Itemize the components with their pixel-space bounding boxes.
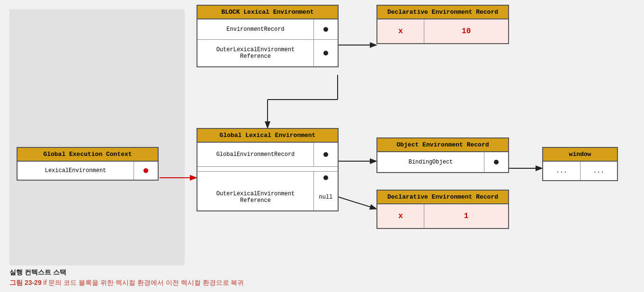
- der-top-value-cell: 10: [424, 19, 508, 43]
- figure-caption: 그림 23-29 if 문의 코드 블록을 위한 렉시컬 환경에서 이전 렉시컬…: [9, 279, 244, 287]
- gec-lexical-env-label: LexicalEnvironment: [18, 162, 134, 180]
- gle-second-dot: [314, 172, 338, 184]
- svg-line-6: [338, 197, 376, 209]
- window-cell2: ...: [581, 162, 617, 180]
- figure-text: if 문의 코드 블록을 위한 렉시컬 환경에서 이전 렉시컬 환경으로 복귀: [44, 279, 244, 286]
- dot-oer: [494, 160, 499, 164]
- stack-label: 실행 컨텍스트 스택: [9, 268, 244, 277]
- oer-binding-object-label: BindingObject: [377, 152, 484, 172]
- gle-global-env-dot: [314, 143, 338, 166]
- gle-row2-dot: [197, 172, 338, 184]
- main-container: Global Execution Context LexicalEnvironm…: [0, 0, 644, 292]
- der-bot-header: Declarative Environment Record: [377, 191, 508, 204]
- ble-env-record-label: EnvironmentRecord: [197, 19, 314, 39]
- execution-context-stack: [9, 9, 185, 265]
- oer-box: Object Environment Record BindingObject: [376, 137, 509, 173]
- der-top-data-row: x 10: [377, 19, 508, 43]
- window-cell1: ...: [543, 162, 581, 180]
- ble-outer-ref-dot: [314, 40, 338, 66]
- gle-null-cell: null: [314, 184, 338, 210]
- ble-box: BLOCK Lexical Environment EnvironmentRec…: [197, 5, 339, 67]
- dot-gle-row2: [323, 175, 328, 180]
- gle-row2: OuterLexicalEnvironment Reference null: [197, 184, 338, 210]
- der-bot-x-cell: x: [377, 204, 424, 228]
- gle-global-env-record-label: GlobalEnvironmentRecord: [197, 143, 314, 166]
- gec-header: Global Execution Context: [18, 148, 158, 162]
- gle-box: Global Lexical Environment GlobalEnviron…: [197, 128, 339, 211]
- red-dot-gec: [143, 168, 148, 173]
- der-bot-data-row: x 1: [377, 204, 508, 228]
- figure-label: 그림 23-29: [9, 279, 42, 286]
- gec-lexical-env-dot: [134, 162, 158, 180]
- dot-ble-row2: [323, 51, 328, 55]
- gec-row1: LexicalEnvironment: [18, 162, 158, 180]
- oer-row1: BindingObject: [377, 152, 508, 172]
- ble-env-record-dot: [314, 19, 338, 39]
- gle-outer-ref-label: OuterLexicalEnvironment Reference: [197, 184, 314, 210]
- der-top-x-cell: x: [377, 19, 424, 43]
- dot-gle-row1: [323, 152, 328, 157]
- caption-area: 실행 컨텍스트 스택 그림 23-29 if 문의 코드 블록을 위한 렉시컬 …: [9, 268, 244, 287]
- ble-header: BLOCK Lexical Environment: [197, 6, 338, 19]
- der-bot-box: Declarative Environment Record x 1: [376, 190, 509, 229]
- oer-header: Object Environment Record: [377, 138, 508, 152]
- window-row1: ... ...: [543, 162, 617, 180]
- gle-spacer: [197, 167, 338, 172]
- der-top-header: Declarative Environment Record: [377, 6, 508, 19]
- gle-header: Global Lexical Environment: [197, 129, 338, 143]
- oer-binding-dot: [484, 152, 508, 172]
- window-header: window: [543, 148, 617, 162]
- dot-ble-row1: [323, 27, 328, 32]
- window-box: window ... ...: [542, 147, 618, 181]
- ble-outer-ref-label: OuterLexicalEnvironment Reference: [197, 40, 314, 66]
- der-top-box: Declarative Environment Record x 10: [376, 5, 509, 44]
- ble-row1: EnvironmentRecord: [197, 19, 338, 40]
- ble-row2: OuterLexicalEnvironment Reference: [197, 40, 338, 66]
- gec-box: Global Execution Context LexicalEnvironm…: [17, 147, 159, 181]
- gle-row1: GlobalEnvironmentRecord: [197, 143, 338, 167]
- der-bot-value-cell: 1: [424, 204, 508, 228]
